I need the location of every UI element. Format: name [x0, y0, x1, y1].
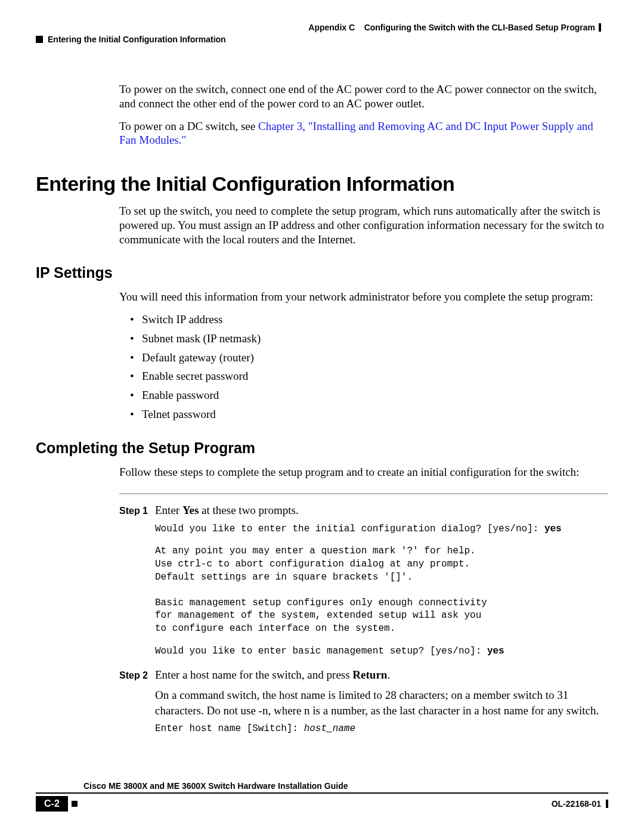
- running-head-right: Appendix C Configuring the Switch with t…: [36, 23, 608, 32]
- intro-p2-text: To power on a DC switch, see: [119, 120, 258, 132]
- list-item: Enable password: [142, 388, 608, 402]
- running-head-left: Entering the Initial Configuration Infor…: [36, 35, 608, 44]
- step-1-bold: Yes: [182, 504, 199, 516]
- h1-paragraph: To set up the switch, you need to comple…: [119, 204, 608, 246]
- page-number-badge: C-2: [36, 796, 68, 812]
- code-text: Enter host name [Switch]:: [155, 723, 304, 734]
- h2-completing-setup: Completing the Setup Program: [36, 439, 608, 457]
- ip-paragraph: You will need this information from your…: [119, 290, 608, 304]
- list-item: Enable secret password: [142, 369, 608, 383]
- ip-list: Switch IP address Subnet mask (IP netmas…: [142, 312, 608, 422]
- step-2-label: Step 2: [119, 670, 155, 681]
- header-bar-icon: [599, 23, 601, 32]
- code-ital: host_name: [304, 723, 355, 734]
- appendix-label: Appendix C: [308, 23, 355, 32]
- code-text: Would you like to enter basic management…: [155, 646, 487, 657]
- appendix-title: Configuring the Switch with the CLI-Base…: [364, 23, 595, 32]
- section-running-head: Entering the Initial Configuration Infor…: [48, 35, 226, 44]
- code-text: Would you like to enter the initial conf…: [155, 524, 544, 534]
- header-square-icon: [36, 36, 43, 43]
- footer-title-row: Cisco ME 3800X and ME 3600X Switch Hardw…: [36, 781, 608, 794]
- step-1-row: Step 1 Enter Yes at these two prompts.: [119, 503, 608, 518]
- setup-paragraph: Follow these steps to complete the setup…: [119, 465, 608, 479]
- code-bold: yes: [487, 646, 504, 657]
- step-2-text-a: Enter a host name for the switch, and pr…: [155, 668, 352, 681]
- step-2-note-ital: -n: [259, 704, 268, 717]
- main-content: To power on the switch, connect one end …: [36, 82, 608, 736]
- code-bold: yes: [544, 524, 562, 534]
- divider: [119, 493, 608, 494]
- step-2-note-b: , where n is a number, as the last chara…: [268, 704, 599, 717]
- footer-guide-title: Cisco ME 3800X and ME 3600X Switch Hardw…: [83, 781, 348, 791]
- step-2-text: Enter a host name for the switch, and pr…: [155, 667, 390, 683]
- intro-paragraph-1: To power on the switch, connect one end …: [119, 82, 608, 111]
- h2-ip-settings: IP Settings: [36, 264, 608, 281]
- step-2-note: On a command switch, the host name is li…: [155, 688, 608, 718]
- step-1-text: Enter Yes at these two prompts.: [155, 503, 299, 518]
- page-footer: Cisco ME 3800X and ME 3600X Switch Hardw…: [36, 781, 608, 812]
- step-1-code-line-1: Would you like to enter the initial conf…: [155, 523, 608, 536]
- step-2-text-b: .: [387, 668, 390, 681]
- list-item: Subnet mask (IP netmask): [142, 332, 608, 346]
- list-item: Switch IP address: [142, 312, 608, 327]
- h1-entering-config: Entering the Initial Configuration Infor…: [36, 172, 608, 196]
- step-1-text-b: at these two prompts.: [199, 504, 298, 516]
- list-item: Telnet password: [142, 407, 608, 422]
- step-2-code: Enter host name [Switch]: host_name: [155, 723, 608, 736]
- footer-bar-icon: [606, 800, 608, 808]
- list-item: Default gateway (router): [142, 351, 608, 365]
- step-1-code-line-2: Would you like to enter basic management…: [155, 645, 608, 658]
- footer-doc-id: OL-22168-01: [552, 799, 601, 809]
- footer-square-icon: [72, 801, 78, 807]
- step-1-text-a: Enter: [155, 504, 182, 516]
- intro-paragraph-2: To power on a DC switch, see Chapter 3, …: [119, 119, 608, 148]
- step-2-row: Step 2 Enter a host name for the switch,…: [119, 667, 608, 683]
- footer-bottom: C-2 OL-22168-01: [36, 796, 608, 812]
- step-2-bold: Return: [352, 668, 387, 681]
- step-1-label: Step 1: [119, 506, 155, 516]
- step-1-code-block: At any point you may enter a question ma…: [155, 545, 608, 635]
